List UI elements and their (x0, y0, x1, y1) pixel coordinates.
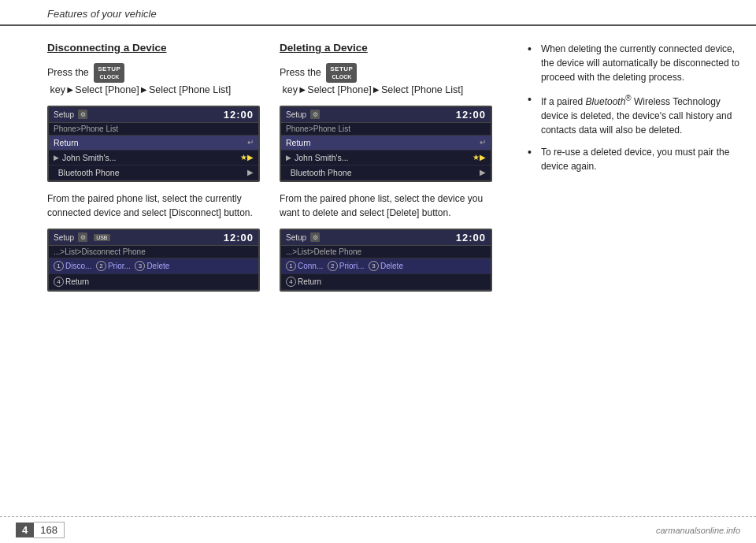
bullet-text-3: To re-use a deleted device, you must pai… (541, 145, 740, 173)
left-screen2: Setup ⚙ USB 12:00 ...>List>Disconnect Ph… (47, 229, 260, 292)
right-screen1-breadcrumb: Phone>Phone List (281, 123, 491, 136)
left-screen1-row-return: Return ↵ (49, 136, 258, 151)
right-screen1-row-bluetooth: Bluetooth Phone ▶ (281, 166, 491, 180)
page-title: Features of your vehicle (47, 8, 157, 20)
page-number-block: 4 168 (16, 522, 65, 538)
left-screen1-title: Setup (54, 110, 74, 119)
disconnect-title: Disconnecting a Device (47, 42, 264, 54)
left-screen1-time: 12:00 (224, 109, 254, 121)
setup-key-right: SETUP CLOCK (326, 63, 357, 83)
left-screen2-title: Setup (54, 233, 74, 242)
right-below-screen1: From the paired phone list, select the d… (280, 192, 504, 221)
arrow-icon: ▶ (54, 154, 59, 162)
right-screen1-time: 12:00 (456, 109, 486, 121)
right-screen1-title: Setup (286, 110, 306, 119)
left-below-screen1: From the paired phone list, select the c… (47, 192, 264, 221)
left-screen2-row-return: 4Return (49, 274, 258, 290)
right-screen2-row-return: 4Return (281, 274, 491, 290)
bullet-item-3: To re-use a deleted device, you must pai… (528, 145, 740, 173)
instruction-press2: Press the (280, 65, 324, 80)
footer-watermark: carmanualsonline.info (656, 526, 740, 535)
bullet-item-1: When deleting the currently connected de… (528, 42, 740, 84)
left-screen2-time: 12:00 (224, 232, 254, 244)
left-screen2-header: Setup ⚙ USB 12:00 (49, 230, 258, 246)
arrow-icon2: ▶ (286, 154, 291, 162)
delete-title: Deleting a Device (280, 42, 504, 54)
right-screen2-title: Setup (286, 233, 306, 242)
setup-key-left: SETUP CLOCK (94, 63, 124, 83)
right-screen1-row-return: Return ↵ (281, 136, 491, 151)
right-screen1-row-john: ▶ John Smith's... ★▶ (281, 151, 491, 166)
settings-icon3: ⚙ (310, 110, 320, 119)
bullet-text-1: When deleting the currently connected de… (541, 42, 740, 84)
page-num-left: 4 (16, 523, 34, 537)
instruction-press: Press the (47, 65, 91, 80)
right-screen2-breadcrumb: ...>List>Delete Phone (281, 246, 491, 258)
left-screen2-header-left: Setup ⚙ USB (54, 232, 113, 242)
page-num-right: 168 (34, 522, 65, 538)
right-column: Deleting a Device Press the SETUP CLOCK … (280, 42, 512, 301)
left-screen1-row-john: ▶ John Smith's... ★▶ (49, 151, 258, 166)
page-footer: 4 168 carmanualsonline.info (0, 516, 756, 543)
right-screen2-header-left: Setup ⚙ (286, 232, 320, 242)
disconnect-instruction: Press the SETUP CLOCK key►Select [Phone]… (47, 63, 264, 98)
left-screen1-row-bluetooth: Bluetooth Phone ▶ (49, 166, 258, 180)
left-screen1: Setup ⚙ 12:00 Phone>Phone List Return ↵ … (47, 106, 260, 182)
right-screen2-time: 12:00 (456, 232, 486, 244)
page-header: Features of your vehicle (0, 0, 756, 26)
bullet-item-2: If a paired Bluetooth® Wireless Technolo… (528, 92, 740, 137)
settings-icon2: ⚙ (78, 232, 87, 242)
bullet-list: When deleting the currently connected de… (528, 42, 740, 173)
left-screen1-breadcrumb: Phone>Phone List (49, 123, 258, 136)
right-screen1-header-left: Setup ⚙ (286, 110, 320, 119)
bullets-column: When deleting the currently connected de… (512, 42, 740, 301)
delete-instruction: Press the SETUP CLOCK key►Select [Phone]… (280, 63, 504, 98)
instruction-key2: key►Select [Phone]►Select [Phone List] (280, 83, 463, 98)
main-content: Disconnecting a Device Press the SETUP C… (0, 26, 756, 309)
left-screen2-row-options: 1Disco... 2Prior... 3Delete (49, 258, 258, 274)
usb-badge: USB (94, 234, 109, 241)
left-screen2-breadcrumb: ...>List>Disconnect Phone (49, 246, 258, 258)
settings-icon: ⚙ (78, 110, 87, 119)
settings-icon4: ⚙ (310, 232, 320, 242)
left-column: Disconnecting a Device Press the SETUP C… (47, 42, 280, 301)
left-screen1-header-left: Setup ⚙ (54, 110, 87, 119)
bullet-text-2: If a paired Bluetooth® Wireless Technolo… (541, 92, 740, 137)
left-screen1-header: Setup ⚙ 12:00 (49, 107, 258, 123)
right-screen2: Setup ⚙ 12:00 ...>List>Delete Phone 1Con… (280, 229, 492, 292)
right-screen1: Setup ⚙ 12:00 Phone>Phone List Return ↵ … (280, 106, 492, 182)
right-screen2-header: Setup ⚙ 12:00 (281, 230, 491, 246)
right-screen2-row-options: 1Conn... 2Priori... 3Delete (281, 258, 491, 274)
right-screen1-header: Setup ⚙ 12:00 (281, 107, 491, 123)
instruction-key: key►Select [Phone]►Select [Phone List] (47, 83, 231, 98)
